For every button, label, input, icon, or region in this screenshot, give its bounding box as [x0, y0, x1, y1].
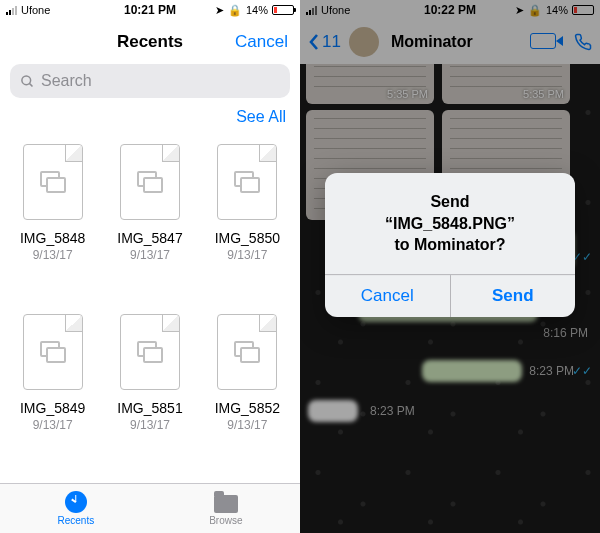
- file-name: IMG_5850: [215, 230, 280, 246]
- file-name: IMG_5851: [117, 400, 182, 416]
- svg-point-0: [22, 75, 31, 84]
- file-item[interactable]: IMG_5849 9/13/17: [6, 306, 99, 476]
- file-date: 9/13/17: [33, 418, 73, 432]
- battery-icon: [272, 5, 294, 15]
- see-all-button[interactable]: See All: [0, 104, 300, 128]
- file-thumbnail: [120, 314, 180, 390]
- file-thumbnail: [23, 314, 83, 390]
- alert-send-button[interactable]: Send: [451, 275, 576, 317]
- alert-cancel-button[interactable]: Cancel: [325, 275, 451, 317]
- status-bar: Ufone 10:21 PM ➤ 🔒 14%: [0, 0, 300, 20]
- file-grid: IMG_5848 9/13/17 IMG_5847 9/13/17 IMG_58…: [0, 128, 300, 483]
- location-icon: ➤: [215, 4, 224, 17]
- file-thumbnail: [120, 144, 180, 220]
- clock-icon: [65, 491, 87, 513]
- tab-label: Recents: [57, 515, 94, 526]
- tab-bar: Recents Browse: [0, 483, 300, 533]
- tab-label: Browse: [209, 515, 242, 526]
- tab-recents[interactable]: Recents: [57, 491, 94, 526]
- search-input[interactable]: Search: [10, 64, 290, 98]
- battery-percent: 14%: [246, 4, 268, 16]
- file-date: 9/13/17: [33, 248, 73, 262]
- file-name: IMG_5848: [20, 230, 85, 246]
- send-confirmation-alert: Send “IMG_5848.PNG” to Mominator? Cancel…: [325, 173, 575, 317]
- file-item[interactable]: IMG_5847 9/13/17: [103, 136, 196, 306]
- whatsapp-chat-screen: Ufone 10:22 PM ➤ 🔒 14% 11 Mominator: [300, 0, 600, 533]
- file-item[interactable]: IMG_5850 9/13/17: [201, 136, 294, 306]
- nav-bar: Recents Cancel: [0, 20, 300, 64]
- signal-icon: [6, 5, 17, 15]
- file-date: 9/13/17: [130, 248, 170, 262]
- file-thumbnail: [217, 314, 277, 390]
- file-date: 9/13/17: [227, 248, 267, 262]
- folder-icon: [214, 495, 238, 513]
- file-thumbnail: [217, 144, 277, 220]
- search-placeholder: Search: [41, 72, 92, 90]
- rotation-lock-icon: 🔒: [228, 4, 242, 17]
- svg-line-1: [29, 83, 32, 86]
- file-name: IMG_5852: [215, 400, 280, 416]
- file-thumbnail: [23, 144, 83, 220]
- alert-message: Send “IMG_5848.PNG” to Mominator?: [325, 173, 575, 274]
- file-date: 9/13/17: [227, 418, 267, 432]
- tab-browse[interactable]: Browse: [209, 492, 242, 526]
- file-name: IMG_5849: [20, 400, 85, 416]
- search-icon: [20, 74, 35, 89]
- page-title: Recents: [117, 32, 183, 52]
- files-app-screen: Ufone 10:21 PM ➤ 🔒 14% Recents Cancel Se…: [0, 0, 300, 533]
- file-item[interactable]: IMG_5848 9/13/17: [6, 136, 99, 306]
- file-date: 9/13/17: [130, 418, 170, 432]
- cancel-button[interactable]: Cancel: [235, 32, 288, 52]
- file-name: IMG_5847: [117, 230, 182, 246]
- carrier-label: Ufone: [21, 4, 50, 16]
- file-item[interactable]: IMG_5852 9/13/17: [201, 306, 294, 476]
- file-item[interactable]: IMG_5851 9/13/17: [103, 306, 196, 476]
